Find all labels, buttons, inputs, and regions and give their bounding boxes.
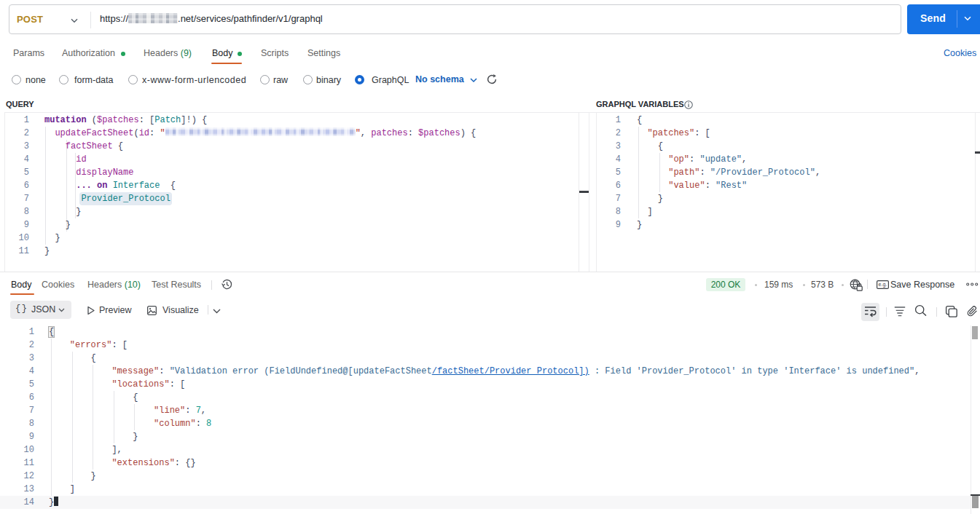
svg-text:e.g.: e.g.: [879, 282, 887, 288]
